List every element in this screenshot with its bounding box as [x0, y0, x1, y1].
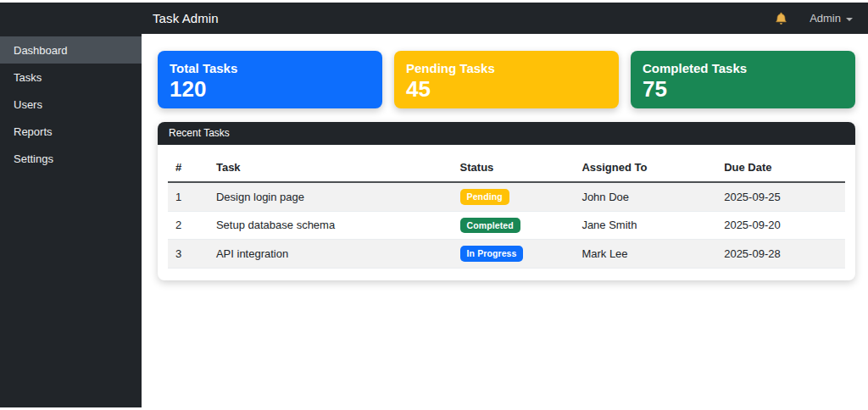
sidebar: Dashboard Tasks Users Reports Settings — [0, 34, 142, 407]
total-tasks-card: Total Tasks 120 — [158, 51, 382, 108]
pending-tasks-value: 45 — [406, 77, 607, 102]
recent-tasks-title: Recent Tasks — [158, 122, 855, 145]
cell-due: 2025-09-25 — [716, 182, 845, 211]
recent-tasks-body: # Task Status Assigned To Due Date 1 Des… — [158, 145, 855, 280]
table-row: 2 Setup database schema Completed Jane S… — [168, 211, 845, 240]
top-navbar: Task Admin Admin — [0, 3, 868, 34]
header-due-date: Due Date — [716, 153, 845, 182]
header-num: # — [168, 153, 209, 182]
cell-assigned: John Doe — [574, 182, 716, 211]
status-badge: Completed — [460, 218, 520, 234]
pending-tasks-label: Pending Tasks — [406, 61, 607, 75]
total-tasks-label: Total Tasks — [170, 61, 370, 75]
user-menu-label: Admin — [810, 12, 841, 25]
cell-due: 2025-09-20 — [716, 211, 845, 240]
table-header-row: # Task Status Assigned To Due Date — [168, 153, 845, 182]
main-content: Total Tasks 120 Pending Tasks 45 Complet… — [142, 34, 868, 407]
sidebar-item-settings[interactable]: Settings — [0, 145, 142, 172]
cell-due: 2025-09-28 — [716, 240, 845, 269]
cell-num: 2 — [168, 211, 209, 240]
sidebar-item-dashboard[interactable]: Dashboard — [0, 36, 142, 64]
completed-tasks-label: Completed Tasks — [643, 61, 843, 75]
page-layout: Dashboard Tasks Users Reports Settings T… — [0, 34, 868, 407]
header-status: Status — [453, 153, 575, 182]
status-badge: In Progress — [460, 246, 524, 262]
total-tasks-value: 120 — [170, 77, 370, 102]
cell-task: Design login page — [209, 182, 453, 211]
notification-bell-icon[interactable] — [775, 12, 787, 25]
app-title: Task Admin — [0, 11, 219, 25]
cell-num: 3 — [168, 240, 209, 269]
chevron-down-icon — [846, 18, 853, 21]
recent-tasks-table: # Task Status Assigned To Due Date 1 Des… — [168, 153, 845, 269]
completed-tasks-card: Completed Tasks 75 — [631, 51, 855, 108]
cell-assigned: Jane Smith — [574, 211, 716, 240]
table-row: 1 Design login page Pending John Doe 202… — [168, 182, 845, 211]
header-task: Task — [209, 153, 453, 182]
cell-task: API integration — [209, 240, 453, 269]
sidebar-item-reports[interactable]: Reports — [0, 118, 142, 145]
cell-assigned: Mark Lee — [574, 240, 716, 269]
status-badge: Pending — [460, 189, 509, 205]
pending-tasks-card: Pending Tasks 45 — [394, 51, 619, 108]
completed-tasks-value: 75 — [643, 77, 843, 102]
cell-num: 1 — [168, 182, 209, 211]
sidebar-item-users[interactable]: Users — [0, 91, 142, 118]
cell-task: Setup database schema — [209, 211, 453, 240]
header-assigned-to: Assigned To — [574, 153, 716, 182]
sidebar-item-tasks[interactable]: Tasks — [0, 64, 142, 91]
recent-tasks-panel: Recent Tasks # Task Status Assigned To D… — [158, 122, 855, 280]
navbar-right-group: Admin — [775, 12, 868, 25]
stat-cards-row: Total Tasks 120 Pending Tasks 45 Complet… — [158, 51, 855, 108]
table-row: 3 API integration In Progress Mark Lee 2… — [168, 240, 845, 269]
user-menu[interactable]: Admin — [810, 12, 853, 25]
